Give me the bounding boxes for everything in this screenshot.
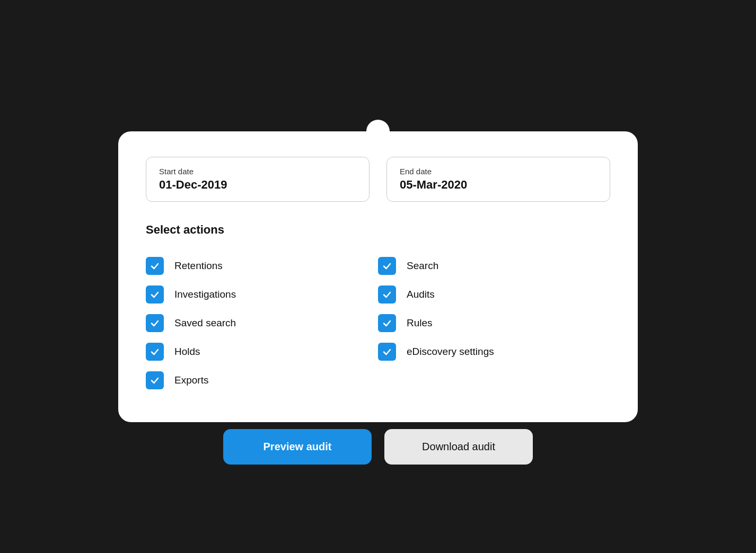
checkbox-item-holds: Holds (146, 337, 378, 366)
checkmark-icon (150, 375, 160, 386)
buttons-row: Preview audit Download audit (223, 429, 533, 465)
checkmark-icon (382, 261, 392, 271)
checkbox-investigations[interactable] (146, 286, 164, 304)
checkbox-saved-search[interactable] (146, 314, 164, 332)
checkbox-audits[interactable] (378, 286, 396, 304)
select-actions-title: Select actions (146, 223, 610, 237)
checkbox-exports[interactable] (146, 371, 164, 389)
start-date-label: Start date (159, 167, 356, 176)
checkbox-item-audits: Audits (378, 280, 610, 309)
modal-container: Start date 01-Dec-2019 End date 05-Mar-2… (118, 131, 638, 422)
checkbox-label-exports: Exports (174, 374, 208, 386)
checkmark-icon (150, 318, 160, 328)
checkbox-label-ediscovery-settings: eDiscovery settings (407, 346, 494, 358)
checkbox-label-rules: Rules (407, 317, 433, 329)
end-date-field[interactable]: End date 05-Mar-2020 (386, 157, 610, 202)
end-date-value: 05-Mar-2020 (400, 178, 597, 192)
checkbox-label-search: Search (407, 260, 438, 272)
checkbox-item-rules: Rules (378, 309, 610, 337)
preview-audit-button[interactable]: Preview audit (223, 429, 372, 465)
end-date-label: End date (400, 167, 597, 176)
download-audit-button[interactable]: Download audit (384, 429, 533, 465)
checkbox-rules[interactable] (378, 314, 396, 332)
checkbox-label-audits: Audits (407, 289, 435, 300)
checkbox-item-saved-search: Saved search (146, 309, 378, 337)
checkmark-icon (382, 318, 392, 328)
checkbox-label-holds: Holds (174, 346, 200, 358)
checkmark-icon (150, 346, 160, 357)
checkbox-label-investigations: Investigations (174, 289, 236, 300)
checkbox-item-search: Search (378, 252, 610, 280)
checkbox-item-ediscovery-settings: eDiscovery settings (378, 337, 610, 366)
audit-modal: Start date 01-Dec-2019 End date 05-Mar-2… (118, 131, 638, 422)
checkbox-item-investigations: Investigations (146, 280, 378, 309)
checkboxes-grid: Retentions Investigations (146, 252, 610, 395)
checkbox-search[interactable] (378, 257, 396, 275)
checkbox-item-exports: Exports (146, 366, 378, 395)
date-row: Start date 01-Dec-2019 End date 05-Mar-2… (146, 157, 610, 202)
start-date-field[interactable]: Start date 01-Dec-2019 (146, 157, 370, 202)
checkboxes-right-column: Search Audits Rule (378, 252, 610, 395)
checkbox-item-retentions: Retentions (146, 252, 378, 280)
checkbox-ediscovery-settings[interactable] (378, 343, 396, 361)
checkmark-icon (150, 261, 160, 271)
top-indicator-dot (366, 120, 390, 143)
start-date-value: 01-Dec-2019 (159, 178, 356, 192)
checkboxes-left-column: Retentions Investigations (146, 252, 378, 395)
checkbox-holds[interactable] (146, 343, 164, 361)
checkbox-label-saved-search: Saved search (174, 317, 236, 329)
checkbox-label-retentions: Retentions (174, 260, 223, 272)
checkmark-icon (382, 346, 392, 357)
checkbox-retentions[interactable] (146, 257, 164, 275)
checkmark-icon (382, 289, 392, 300)
checkmark-icon (150, 289, 160, 300)
